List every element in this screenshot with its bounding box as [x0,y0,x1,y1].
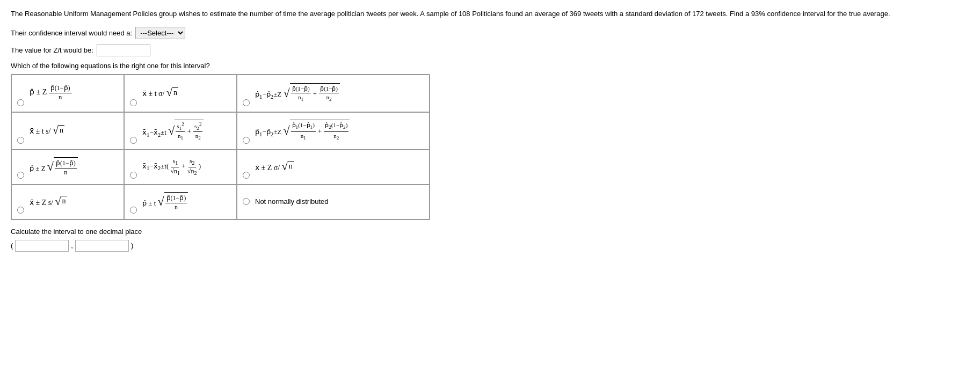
eq-cell-3: p̂1−p̂2±Z √ p̄(1−p̄) n1 + p̄(1−p̄) n2 [237,75,430,112]
equation-grid: p̂ ± Z p̂(1−p̂) n x̄ ± t σ/ √n p̂1−p̂2±Z… [11,74,430,220]
zt-label: The value for Z/t would be: [11,46,93,54]
eq-cell-12: Not normally distributed [237,185,430,219]
eq-formula-2: x̄ ± t σ/ √n [142,87,178,99]
calculate-label: Calculate the interval to one decimal pl… [11,228,969,236]
eq-cell-7: p̂ ± Z √ p̂(1−p̂) n [11,150,124,185]
calc-row: ( , ) [11,240,969,252]
calc-comma: , [71,241,73,250]
eq-radio-6[interactable] [243,137,250,144]
calc-input-1[interactable] [15,240,69,252]
confidence-field-row: Their confidence interval would need a: … [11,27,969,39]
eq-radio-1[interactable] [17,99,24,106]
calc-open: ( [11,241,13,250]
eq-cell-4: x̄ ± t s/ √n [11,112,124,150]
eq-formula-3: p̂1−p̂2±Z √ p̄(1−p̄) n1 + p̄(1−p̄) n2 [255,83,340,102]
eq-formula-7: p̂ ± Z √ p̂(1−p̂) n [30,157,78,177]
eq-radio-7[interactable] [17,172,24,179]
confidence-select[interactable]: ---Select--- z t [135,27,185,39]
eq-radio-2[interactable] [130,99,137,106]
eq-formula-10: x̄ ± Z s/ √n [30,196,67,208]
eq-cell-5: x̄1−x̄2±t √ s12 n1 + s22 n2 [124,112,237,150]
eq-radio-9[interactable] [243,172,250,179]
eq-radio-5[interactable] [130,137,137,144]
eq-formula-6: p̂1−p̂2±Z √ p̂1(1−p̂1) n1 + p̂2(1−p̂2) n… [255,120,350,141]
zt-field-row: The value for Z/t would be: [11,45,969,56]
eq-formula-12: Not normally distributed [255,197,329,207]
zt-input[interactable] [97,45,150,56]
eq-formula-1: p̂ ± Z p̂(1−p̂) n [30,84,72,101]
eq-radio-4[interactable] [17,137,24,144]
eq-cell-10: x̄ ± Z s/ √n [11,185,124,219]
eq-formula-5: x̄1−x̄2±t √ s12 n1 + s22 n2 [142,120,204,142]
eq-radio-11[interactable] [130,207,137,214]
eq-cell-2: x̄ ± t σ/ √n [124,75,237,112]
eq-formula-8: x̄1−x̄2±t( s1 √n1 + s2 √n2 ) [142,157,201,177]
eq-formula-11: p̂ ± t √ p̂(1−p̂) n [142,192,188,211]
equation-question: Which of the following equations is the … [11,62,969,70]
eq-cell-11: p̂ ± t √ p̂(1−p̂) n [124,185,237,219]
eq-radio-8[interactable] [130,172,137,179]
confidence-label: Their confidence interval would need a: [11,29,132,37]
eq-cell-1: p̂ ± Z p̂(1−p̂) n [11,75,124,112]
eq-cell-8: x̄1−x̄2±t( s1 √n1 + s2 √n2 ) [124,150,237,185]
eq-cell-9: x̄ ± Z σ/ √n [237,150,430,185]
calc-close: ) [131,241,133,250]
eq-formula-9: x̄ ± Z σ/ √n [255,161,294,173]
calc-input-2[interactable] [75,240,129,252]
eq-formula-4: x̄ ± t s/ √n [30,124,64,136]
eq-radio-10[interactable] [17,207,24,214]
eq-cell-6: p̂1−p̂2±Z √ p̂1(1−p̂1) n1 + p̂2(1−p̂2) n… [237,112,430,150]
problem-text: The Reasonable Uniform Management Polici… [11,9,956,19]
eq-radio-12[interactable] [243,198,250,205]
eq-radio-3[interactable] [243,99,250,106]
